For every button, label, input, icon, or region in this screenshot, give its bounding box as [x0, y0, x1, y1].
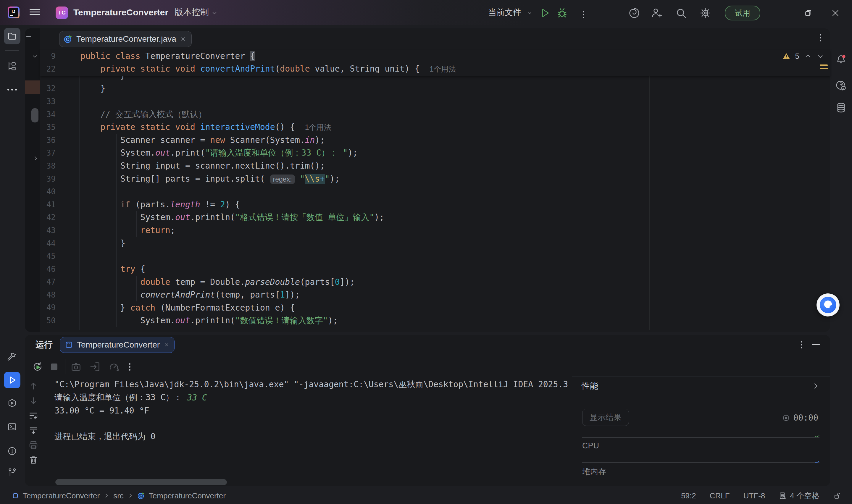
console-line[interactable]: 请输入温度和单位（例：33 C）： 33 C	[54, 391, 569, 404]
arrow-down-icon[interactable]	[29, 396, 38, 406]
console-line[interactable]: 33.00 °C = 91.40 °F	[54, 404, 569, 417]
settings-gear-icon[interactable]	[699, 7, 711, 19]
breadcrumb-project[interactable]: TemperatureConverter	[23, 491, 100, 501]
code-line[interactable]: 40	[40, 185, 830, 198]
line-number[interactable]: 22	[40, 65, 56, 73]
line-number[interactable]: 46	[40, 265, 56, 274]
close-tab-icon[interactable]	[180, 36, 186, 42]
line-number[interactable]: 34	[40, 110, 56, 119]
line-number[interactable]: 49	[40, 303, 56, 312]
database-icon[interactable]	[834, 100, 849, 115]
sidebar-item-run[interactable]	[4, 372, 20, 388]
line-number[interactable]: 45	[40, 252, 56, 260]
code-line[interactable]: 32 }	[40, 82, 830, 95]
show-results-button[interactable]: 显示结果	[582, 409, 629, 426]
arrow-up-icon[interactable]	[29, 381, 38, 391]
sidebar-item-version-control[interactable]	[4, 464, 20, 481]
console-line[interactable]: 进程已结束，退出代码为 0	[54, 430, 569, 443]
console-horizontal-scrollbar[interactable]	[55, 479, 227, 485]
ai-chat-icon[interactable]	[834, 78, 849, 93]
soft-wrap-icon[interactable]	[29, 411, 38, 420]
code-line[interactable]: 46 try {	[40, 263, 830, 276]
code-line[interactable]: 42 System.out.println("格式错误！请按「数值 单位」输入"…	[40, 211, 830, 224]
line-number[interactable]: 39	[40, 175, 56, 183]
hide-tool-window-button[interactable]	[812, 344, 820, 345]
console-output[interactable]: "C:\Program Files\Java\jdk-25.0.2\bin\ja…	[54, 378, 569, 443]
line-number[interactable]: 9	[40, 52, 56, 61]
clear-console-icon[interactable]	[29, 455, 38, 465]
breadcrumb-src[interactable]: src	[113, 491, 124, 501]
code-line[interactable]: 44 }	[40, 237, 830, 250]
code-line[interactable]: 33	[40, 95, 830, 108]
line-number[interactable]: 32	[40, 84, 56, 93]
line-number[interactable]: 47	[40, 277, 56, 286]
indent-config[interactable]: 4 个空格	[779, 491, 819, 501]
breadcrumb-class[interactable]: TemperatureConverter	[149, 491, 226, 501]
sticky-line[interactable]: 22 private static void convertAndPrint(d…	[40, 63, 830, 76]
line-number[interactable]: 40	[40, 187, 56, 196]
close-run-tab-icon[interactable]	[164, 342, 169, 348]
minimize-window-button[interactable]	[776, 8, 787, 18]
performance-header[interactable]: 性能	[572, 376, 830, 396]
line-number[interactable]: 36	[40, 136, 56, 145]
profiler-icon[interactable]	[108, 361, 120, 372]
code-line[interactable]: 35 private static void interactiveMode()…	[40, 121, 830, 134]
code-line[interactable]: 47 double temp = Double.parseDouble(part…	[40, 276, 830, 289]
fold-chevron-down-icon[interactable]	[31, 53, 38, 60]
code-line[interactable]: 43 return;	[40, 224, 830, 237]
console-line[interactable]	[54, 417, 569, 430]
rerun-icon[interactable]	[32, 361, 43, 372]
code-line[interactable]: 37 System.out.print("请输入温度和单位（例：33 C）： "…	[40, 147, 830, 160]
line-number[interactable]: 41	[40, 200, 56, 209]
add-user-icon[interactable]	[651, 7, 663, 19]
vcs-menu[interactable]: 版本控制	[175, 0, 209, 25]
file-encoding[interactable]: UTF-8	[743, 491, 765, 501]
floating-assistant-ball[interactable]	[816, 293, 839, 317]
code-line[interactable]: 49 } catch (NumberFormatException e) {	[40, 301, 830, 314]
run-window-options-icon[interactable]	[801, 340, 802, 350]
sidebar-item-structure[interactable]	[4, 58, 20, 74]
fold-marker[interactable]	[26, 36, 31, 37]
editor-tab-options-icon[interactable]	[820, 33, 821, 43]
sidebar-more-tool-windows[interactable]	[4, 81, 20, 98]
sidebar-item-terminal[interactable]	[4, 418, 20, 435]
line-number[interactable]: 37	[40, 148, 56, 157]
line-number[interactable]: 43	[40, 226, 56, 235]
editor-tab[interactable]: C TemperatureConverter.java	[59, 31, 192, 47]
code-line[interactable]: }	[40, 76, 830, 82]
import-thread-dump-icon[interactable]	[89, 361, 101, 372]
code-line[interactable]: 41 if (parts.length != 2) {	[40, 198, 830, 211]
scrollbar-thumb[interactable]	[31, 108, 38, 123]
caret-position[interactable]: 59:2	[681, 491, 696, 501]
code-line[interactable]: 50 System.out.println("数值错误！请输入数字");	[40, 314, 830, 327]
line-number[interactable]: 38	[40, 162, 56, 170]
next-warning-icon[interactable]	[816, 52, 824, 60]
print-icon[interactable]	[29, 440, 38, 450]
code-line[interactable]: 38 String input = scanner.nextLine().tri…	[40, 159, 830, 173]
expand-chevron-right-icon[interactable]	[812, 382, 819, 390]
sticky-line[interactable]: 9public class TemperatureConverter {	[40, 50, 830, 63]
line-ending[interactable]: CRLF	[710, 491, 730, 501]
line-number[interactable]: 35	[40, 123, 56, 132]
more-actions-button[interactable]	[583, 10, 584, 20]
project-avatar[interactable]: TC	[56, 6, 68, 19]
code-line[interactable]: 36 Scanner scanner = new Scanner(System.…	[40, 134, 830, 147]
notifications-bell-icon[interactable]	[834, 52, 849, 67]
scroll-to-end-icon[interactable]	[29, 425, 38, 435]
ai-assistant-icon[interactable]	[628, 7, 640, 19]
search-icon[interactable]	[675, 7, 687, 19]
inspections-widget[interactable]: 5	[782, 50, 824, 63]
code-line[interactable]: 48 convertAndPrint(temp, parts[1]);	[40, 288, 830, 301]
console-line[interactable]: "C:\Program Files\Java\jdk-25.0.2\bin\ja…	[54, 378, 569, 391]
run-button[interactable]	[539, 7, 551, 19]
line-number[interactable]: 33	[40, 97, 56, 106]
camera-snapshot-icon[interactable]	[70, 361, 81, 372]
run-configuration-tab[interactable]: TemperatureConverter	[60, 337, 175, 353]
code-line[interactable]: 34 // 交互式输入模式（默认）	[40, 108, 830, 121]
line-number[interactable]: 44	[40, 239, 56, 248]
restore-window-button[interactable]	[803, 8, 814, 18]
stop-icon[interactable]	[49, 361, 60, 372]
unlocked-icon[interactable]	[833, 491, 841, 500]
sidebar-item-build[interactable]	[4, 349, 20, 365]
previous-warning-icon[interactable]	[804, 52, 812, 60]
